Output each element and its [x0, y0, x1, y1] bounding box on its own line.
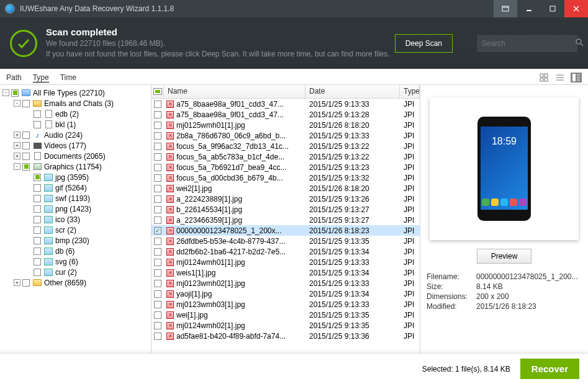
list-row[interactable]: ✕focus_5a_ab5c783a_b1cf_4de...2015/1/25 … — [152, 151, 420, 162]
tab-path[interactable]: Path — [6, 73, 22, 83]
tree-checkbox[interactable] — [11, 89, 19, 97]
list-row[interactable]: ✕mj0124wmh01[1].jpg2015/1/25 9:13:33JPI — [152, 257, 420, 267]
tree-item[interactable]: scr (2) — [2, 225, 148, 235]
tree-item[interactable]: ico (33) — [2, 214, 148, 225]
tree-item[interactable]: +Other (8659) — [2, 277, 148, 288]
tree-checkbox[interactable] — [34, 184, 41, 192]
row-checkbox[interactable] — [154, 269, 161, 277]
tree-item[interactable]: +Videos (177) — [2, 140, 148, 151]
tree-checkbox[interactable] — [34, 174, 41, 181]
view-grid-icon[interactable] — [538, 73, 550, 83]
list-row[interactable]: ✕wei[1].jpg2015/1/25 9:13:35JPI — [152, 310, 420, 320]
expand-toggle[interactable]: - — [2, 89, 9, 96]
row-checkbox[interactable] — [154, 280, 161, 287]
tree-item[interactable]: db (6) — [2, 246, 148, 256]
list-row[interactable]: ✕a_222423889[1].jpg2015/1/25 9:13:26JPI — [152, 194, 420, 204]
tree-item[interactable]: png (1423) — [2, 203, 148, 214]
row-checkbox[interactable] — [154, 311, 161, 319]
expand-toggle[interactable]: + — [14, 153, 20, 159]
minimize-button[interactable] — [517, 0, 541, 17]
tree-checkbox[interactable] — [34, 248, 41, 255]
list-row[interactable]: ✕mj0125wmh01[1].jpg2015/1/26 8:18:20JPI — [152, 120, 420, 130]
list-row[interactable]: ✕mj0124wmh02[1].jpg2015/1/25 9:13:35JPI — [152, 320, 420, 331]
tree-item[interactable]: cur (2) — [2, 267, 148, 277]
row-checkbox[interactable] — [154, 217, 161, 224]
tree-checkbox[interactable] — [34, 258, 41, 266]
col-date[interactable]: Date — [305, 85, 400, 98]
recover-button[interactable]: Recover — [520, 359, 579, 379]
tree-checkbox[interactable] — [22, 142, 30, 150]
row-checkbox[interactable] — [154, 185, 161, 192]
list-row[interactable]: ✕focus_5a_9f96ac32_7db13_41c...2015/1/25… — [152, 141, 420, 151]
close-button[interactable] — [564, 0, 588, 17]
view-list-icon[interactable] — [554, 73, 566, 83]
list-row[interactable]: ✕mj0123wmh03[1].jpg2015/1/25 9:13:33JPI — [152, 299, 420, 310]
tree-item[interactable]: -All File Types (22710) — [2, 87, 148, 98]
expand-toggle[interactable]: + — [14, 279, 20, 286]
tree-item[interactable]: bmp (230) — [2, 235, 148, 246]
row-checkbox[interactable] — [154, 333, 161, 340]
tree-checkbox[interactable] — [22, 153, 30, 160]
expand-toggle[interactable]: - — [14, 100, 20, 107]
row-checkbox[interactable] — [154, 153, 161, 161]
tree-checkbox[interactable] — [34, 216, 41, 223]
list-row[interactable]: ✕mj0123wmh02[1].jpg2015/1/25 9:13:33JPI — [152, 278, 420, 288]
list-row[interactable]: ✕weis1[1].jpg2015/1/25 9:13:34JPI — [152, 267, 420, 278]
tree-item[interactable]: bkl (1) — [2, 119, 148, 130]
list-row[interactable]: ✕focus_5a_d00cbd36_b679_4b...2015/1/25 9… — [152, 172, 420, 183]
row-checkbox[interactable]: ✓ — [154, 227, 161, 234]
tree-pane[interactable]: -All File Types (22710)-Emails and Chats… — [0, 85, 152, 353]
list-row[interactable]: ✕26dfdbe5-b53e-4c4b-8779-437...2015/1/25… — [152, 236, 420, 246]
tree-item[interactable]: edb (2) — [2, 109, 148, 119]
deep-scan-button[interactable]: Deep Scan — [395, 34, 453, 53]
tree-checkbox[interactable] — [34, 269, 41, 276]
list-row[interactable]: ✕ad5fae81-b420-4f89-abfd-7a74...2015/1/2… — [152, 331, 420, 341]
row-checkbox[interactable] — [154, 122, 161, 129]
list-row[interactable]: ✕b_226145534[1].jpg2015/1/25 9:13:27JPI — [152, 204, 420, 215]
list-row[interactable]: ✕focus_5a_7b6921d7_bea9_4cc...2015/1/25 … — [152, 162, 420, 172]
tree-checkbox[interactable] — [34, 121, 41, 128]
expand-toggle[interactable]: + — [14, 142, 20, 149]
row-checkbox[interactable] — [154, 174, 161, 182]
tree-item[interactable]: -Emails and Chats (3) — [2, 98, 148, 109]
search-box[interactable] — [476, 34, 578, 53]
tree-item[interactable]: gif (5264) — [2, 182, 148, 193]
list-row[interactable]: ✕a_223466359[1].jpg2015/1/25 9:13:27JPI — [152, 215, 420, 225]
tree-checkbox[interactable] — [34, 110, 41, 118]
list-row[interactable]: ✕a75_8baae98a_9f01_cdd3_47...2015/1/25 9… — [152, 109, 420, 120]
tab-type[interactable]: Type — [33, 73, 49, 83]
search-input[interactable] — [482, 39, 575, 48]
row-checkbox[interactable] — [154, 290, 161, 298]
tree-checkbox[interactable] — [34, 226, 41, 234]
list-row[interactable]: ✕wei2[1].jpg2015/1/26 8:18:20JPI — [152, 183, 420, 194]
maximize-button[interactable] — [541, 0, 564, 17]
expand-toggle[interactable]: + — [14, 132, 20, 138]
tree-item[interactable]: jpg (3595) — [2, 172, 148, 182]
tree-checkbox[interactable] — [22, 132, 30, 139]
tree-item[interactable]: +♪Audio (224) — [2, 130, 148, 140]
window-mode-button[interactable] — [494, 0, 517, 17]
row-checkbox[interactable] — [154, 322, 161, 329]
row-checkbox[interactable] — [154, 195, 161, 203]
list-body[interactable]: ✕a75_8baae98a_9f01_cdd3_47...2015/1/25 9… — [152, 99, 420, 353]
tree-checkbox[interactable] — [22, 100, 30, 107]
tree-checkbox[interactable] — [34, 195, 41, 202]
expand-toggle[interactable]: - — [14, 163, 20, 170]
tree-item[interactable]: +Documents (2065) — [2, 151, 148, 161]
tree-checkbox[interactable] — [34, 237, 41, 244]
col-name[interactable]: Name — [164, 85, 305, 98]
tree-item[interactable]: swf (1193) — [2, 193, 148, 203]
row-checkbox[interactable] — [154, 143, 161, 150]
tree-checkbox[interactable] — [22, 279, 30, 287]
row-checkbox[interactable] — [154, 111, 161, 118]
row-checkbox[interactable] — [154, 100, 161, 108]
view-detail-icon[interactable] — [571, 73, 582, 83]
tree-checkbox[interactable] — [34, 205, 41, 213]
row-checkbox[interactable] — [154, 259, 161, 266]
row-checkbox[interactable] — [154, 164, 161, 171]
tab-time[interactable]: Time — [60, 73, 76, 83]
preview-button[interactable]: Preview — [477, 249, 532, 264]
row-checkbox[interactable] — [154, 301, 161, 308]
list-row[interactable]: ✕dd2fb6b2-1ba6-4217-b2d2-7e5...2015/1/25… — [152, 246, 420, 257]
col-checkbox[interactable] — [152, 85, 164, 98]
